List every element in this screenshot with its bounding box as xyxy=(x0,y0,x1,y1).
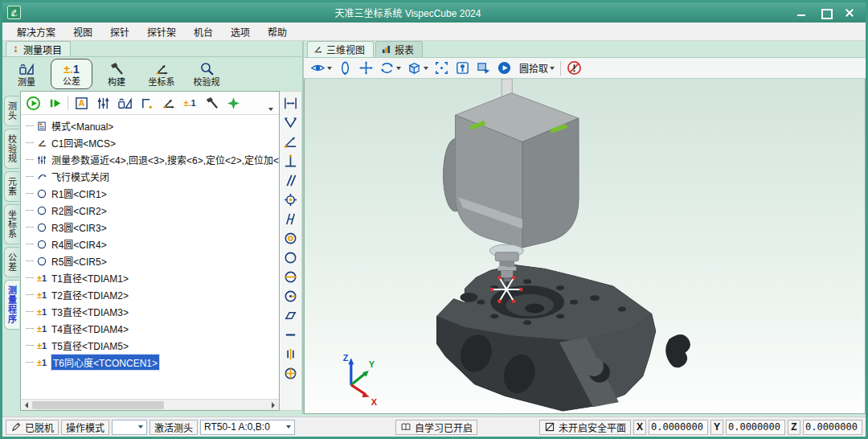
scrollbar-track[interactable] xyxy=(32,400,268,410)
active-probe-label: 激活测头 xyxy=(149,420,198,435)
tree-item-cir5[interactable]: R5圆<CIR5> xyxy=(26,252,279,269)
run-program-button[interactable] xyxy=(24,94,42,112)
gauge-button[interactable]: 校验规 xyxy=(186,59,227,89)
side-tab-coordinate[interactable]: 坐标系 xyxy=(4,204,19,244)
rotate-view-button[interactable] xyxy=(338,60,353,76)
tree-item-tdiam2[interactable]: ±1T2直径<TDIAM2> xyxy=(26,286,279,303)
distance-tolerance-button[interactable] xyxy=(281,94,300,113)
menu-view[interactable]: 视图 xyxy=(65,23,100,40)
true-position-button[interactable] xyxy=(281,364,300,383)
animate-button[interactable] xyxy=(497,60,512,76)
perpendicularity-button[interactable] xyxy=(281,152,300,170)
active-probe-select[interactable]: RT50-1 A:0,B:0 xyxy=(200,420,295,435)
parameters-button[interactable] xyxy=(94,94,112,112)
safety-plane-status: 未开启安全平面 xyxy=(539,420,631,435)
measure-button[interactable]: 测量 xyxy=(6,59,47,89)
window-select-button[interactable] xyxy=(476,60,491,76)
gauge-magnifier-icon xyxy=(198,61,215,77)
status-bar: 已脱机 操作模式 激活测头 RT50-1 A:0,B:0 自学习已开启 未开启安… xyxy=(2,416,866,437)
tree-item-measure-params[interactable]: 测量参数逼近<4>,回退<3>,搜索<6>,定位<2>,定位加<2>,测 xyxy=(26,151,279,168)
orbit-icon xyxy=(379,60,395,76)
circle-pick-button[interactable]: 圆拾取 xyxy=(518,61,555,75)
side-tab-gauge[interactable]: 校验规 xyxy=(4,129,19,169)
tree-toolbar: ±.1 xyxy=(21,92,279,115)
tree-item-tdiam4[interactable]: ±1T4直径<TDIAM4> xyxy=(26,320,279,337)
cylindricity-button[interactable] xyxy=(281,268,300,286)
side-tab-measure-program[interactable]: 测量程序 xyxy=(4,280,19,330)
angularity-button[interactable] xyxy=(281,210,300,228)
tolerance-button[interactable]: ±.1 公差 xyxy=(51,59,92,89)
coordinate-system-icon xyxy=(153,61,170,77)
side-tab-strip: 测头 校验规 元素 坐标系 公差 测量程序 xyxy=(2,91,20,411)
side-tab-elements[interactable]: 元素 xyxy=(4,171,19,202)
construct-button[interactable]: 构建 xyxy=(96,59,137,89)
menu-solution[interactable]: 解决方案 xyxy=(9,23,63,40)
angle-arrows-button[interactable] xyxy=(281,113,300,132)
tree-item-mode[interactable]: 模式<Manual> xyxy=(26,117,279,134)
tree-item-tconcen1-selected[interactable]: ±1T6同心度<TCONCEN1> xyxy=(26,354,279,371)
menu-probe[interactable]: 探针 xyxy=(102,23,137,40)
tree-item-cir3[interactable]: R3圆<CIR3> xyxy=(26,219,279,236)
angle-button[interactable] xyxy=(281,133,300,151)
scrollbar-thumb[interactable] xyxy=(32,401,164,409)
tree-item-cir1[interactable]: R1圆<CIR1> xyxy=(26,185,279,202)
angularity-icon xyxy=(283,211,298,227)
3d-viewport[interactable]: Z Y X xyxy=(304,79,866,414)
menu-probe-rack[interactable]: 探针架 xyxy=(139,23,184,40)
minimize-button[interactable] xyxy=(795,7,808,18)
construct-item-button[interactable] xyxy=(203,94,220,112)
coordinate-system-button[interactable]: 坐标系 xyxy=(141,59,182,89)
move-point-button[interactable] xyxy=(137,94,155,112)
menu-options[interactable]: 选项 xyxy=(223,23,258,40)
tolerance-item-button[interactable]: ±.1 xyxy=(181,94,199,112)
coordinate-item-button[interactable] xyxy=(159,94,177,112)
cube-icon xyxy=(407,60,422,76)
fly-mode-button[interactable] xyxy=(224,94,242,112)
tab-3d-view[interactable]: 三维视图 xyxy=(307,41,374,57)
operation-mode-label: 操作模式 xyxy=(61,420,109,435)
pan-view-button[interactable] xyxy=(358,60,374,76)
scroll-left-arrow[interactable] xyxy=(21,400,32,411)
view-cube-button[interactable] xyxy=(407,60,428,76)
tree-item-fly-mode[interactable]: 飞行模式关闭 xyxy=(26,168,279,185)
auto-label-button[interactable] xyxy=(72,94,90,112)
measure-item-button[interactable] xyxy=(116,94,133,112)
tab-measurement-project[interactable]: 测量项目 xyxy=(6,41,71,56)
toolbar-overflow-button[interactable] xyxy=(266,105,276,114)
side-tab-probe[interactable]: 测头 xyxy=(4,96,19,126)
circle-icon xyxy=(36,188,47,199)
position-button[interactable] xyxy=(281,191,300,209)
chevron-down-icon xyxy=(268,108,273,111)
circularity-button[interactable] xyxy=(281,248,300,267)
runout-button[interactable] xyxy=(281,287,300,306)
tree-item-cir4[interactable]: R4圆<CIR4> xyxy=(26,236,279,252)
scroll-right-arrow[interactable] xyxy=(268,400,279,411)
straightness-button[interactable] xyxy=(281,326,300,344)
orbit-view-button[interactable] xyxy=(379,60,401,76)
maximize-button[interactable] xyxy=(819,7,832,18)
side-tab-tolerance[interactable]: 公差 xyxy=(4,247,19,277)
parallelism-button[interactable] xyxy=(281,171,300,190)
toolbar-separator xyxy=(560,61,561,76)
chevron-down-icon xyxy=(138,425,143,429)
step-run-button[interactable] xyxy=(46,94,63,112)
close-button[interactable] xyxy=(843,7,856,18)
tree-horizontal-scrollbar[interactable] xyxy=(21,399,279,410)
tree-item-tdiam3[interactable]: ±1T3直径<TDIAM3> xyxy=(26,303,279,320)
fit-view-button[interactable] xyxy=(434,60,449,76)
menu-machine[interactable]: 机台 xyxy=(186,23,221,40)
3d-view-icon xyxy=(313,44,323,55)
visibility-button[interactable] xyxy=(310,60,332,76)
operation-mode-select[interactable] xyxy=(112,420,147,435)
tree-item-tdiam5[interactable]: ±1T5直径<TDIAM5> xyxy=(26,337,279,354)
disable-button[interactable] xyxy=(567,60,582,76)
symmetry-button[interactable] xyxy=(281,345,300,363)
locate-button[interactable] xyxy=(455,60,470,76)
tree-item-cir2[interactable]: R2圆<CIR2> xyxy=(26,202,279,219)
tree-item-recall-mcs[interactable]: C1回调<MCS> xyxy=(26,134,279,151)
flatness-button[interactable] xyxy=(281,306,300,325)
menu-help[interactable]: 帮助 xyxy=(260,23,295,40)
tab-report[interactable]: 报表 xyxy=(375,41,423,57)
tree-item-tdiam1[interactable]: ±1T1直径<TDIAM1> xyxy=(26,269,279,286)
concentricity-button[interactable] xyxy=(281,229,300,248)
